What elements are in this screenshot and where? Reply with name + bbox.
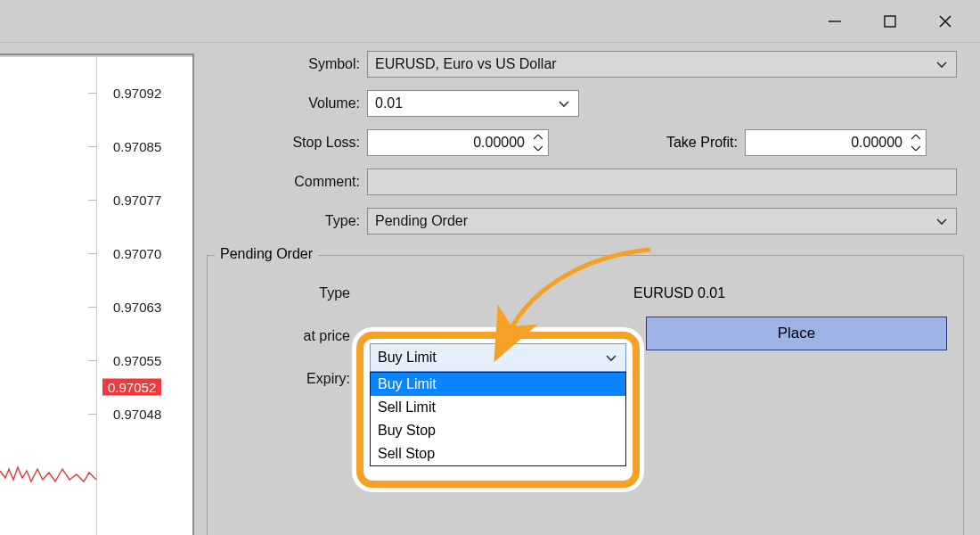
- pending-type-label: Type: [208, 285, 357, 301]
- takeprofit-value: 0.00000: [851, 135, 902, 151]
- price-tick-label: 0.97063: [113, 300, 161, 315]
- price-tick-label: 0.97048: [113, 407, 161, 422]
- price-tick: [88, 414, 97, 415]
- at-price-label: at price: [208, 328, 357, 344]
- price-tick-label: 0.97077: [113, 193, 161, 208]
- chart-price-line: [0, 460, 98, 505]
- volume-value: 0.01: [375, 95, 403, 111]
- window-maximize-button[interactable]: [862, 0, 918, 43]
- price-tick: [88, 146, 97, 147]
- stoploss-step-up[interactable]: [530, 132, 546, 143]
- stoploss-value: 0.00000: [473, 135, 525, 151]
- chevron-down-icon: [935, 57, 949, 71]
- price-tick: [88, 200, 97, 201]
- takeprofit-input[interactable]: 0.00000: [745, 129, 927, 156]
- pending-order-group-title: Pending Order: [215, 246, 318, 262]
- price-tick: [88, 360, 97, 361]
- pending-order-info: EURUSD 0.01: [633, 285, 725, 301]
- pending-type-dropdown-open: Buy Limit Buy LimitSell LimitBuy StopSel…: [370, 343, 626, 466]
- order-type-select[interactable]: Pending Order: [367, 208, 957, 235]
- comment-input[interactable]: [367, 169, 957, 195]
- stoploss-input[interactable]: 0.00000: [367, 129, 549, 156]
- volume-select[interactable]: 0.01: [367, 90, 579, 117]
- window-minimize-button[interactable]: [807, 0, 862, 43]
- price-scale: 0.970920.970850.970770.970700.970630.970…: [96, 57, 192, 535]
- price-tick: [88, 253, 97, 254]
- order-type-value: Pending Order: [375, 213, 468, 229]
- current-price-badge: 0.97052: [102, 379, 161, 396]
- chart-panel: 0.970920.970850.970770.970700.970630.970…: [0, 54, 194, 535]
- pending-type-option[interactable]: Buy Stop: [371, 419, 625, 442]
- takeprofit-step-up[interactable]: [908, 132, 924, 143]
- pending-type-dropdown-header[interactable]: Buy Limit: [370, 343, 626, 372]
- order-type-label: Type:: [207, 213, 367, 229]
- stoploss-step-down[interactable]: [530, 143, 546, 153]
- chevron-down-icon: [604, 350, 618, 365]
- window-titlebar: [0, 0, 980, 43]
- price-tick-label: 0.97055: [113, 353, 161, 368]
- takeprofit-label: Take Profit:: [593, 135, 745, 151]
- stoploss-label: Stop Loss:: [207, 135, 367, 151]
- pending-type-selected: Buy Limit: [378, 350, 437, 366]
- price-tick-label: 0.97085: [113, 139, 161, 154]
- pending-type-option[interactable]: Buy Limit: [371, 373, 625, 396]
- comment-label: Comment:: [207, 174, 367, 190]
- window-close-button[interactable]: [918, 0, 973, 43]
- symbol-value: EURUSD, Euro vs US Dollar: [375, 56, 557, 72]
- price-tick-label: 0.97092: [113, 86, 161, 101]
- symbol-label: Symbol:: [207, 56, 367, 72]
- svg-rect-1: [885, 16, 895, 27]
- price-tick: [88, 307, 97, 308]
- place-button[interactable]: Place: [646, 317, 947, 350]
- chevron-down-icon: [935, 214, 949, 228]
- symbol-select[interactable]: EURUSD, Euro vs US Dollar: [367, 51, 957, 78]
- price-tick: [88, 93, 97, 94]
- takeprofit-step-down[interactable]: [908, 143, 924, 153]
- price-tick-label: 0.97070: [113, 246, 161, 261]
- pending-type-option[interactable]: Sell Stop: [371, 442, 625, 465]
- chevron-down-icon: [557, 96, 571, 111]
- place-button-label: Place: [778, 325, 816, 342]
- expiry-label: Expiry:: [208, 371, 357, 387]
- pending-type-option[interactable]: Sell Limit: [371, 396, 625, 419]
- volume-label: Volume:: [207, 95, 367, 111]
